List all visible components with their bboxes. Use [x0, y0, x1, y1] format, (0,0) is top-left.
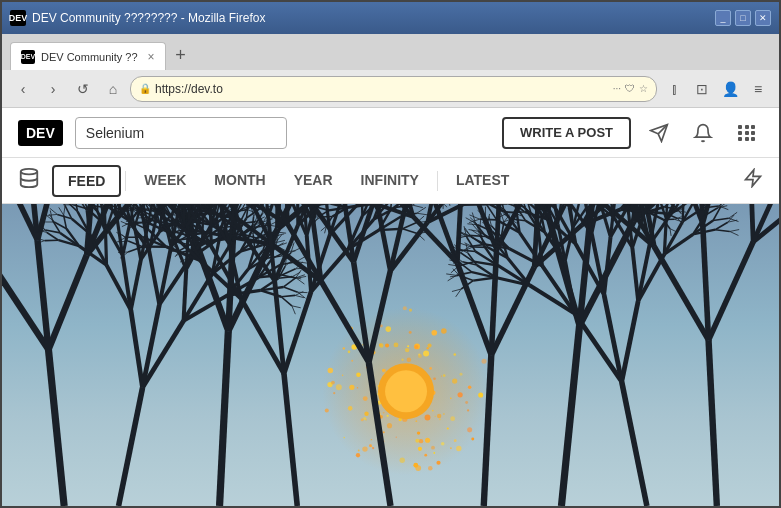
synced-tabs-button[interactable]: ⊡	[689, 76, 715, 102]
active-tab[interactable]: DEV DEV Community ?? ×	[10, 42, 166, 70]
divider-2	[437, 171, 438, 191]
account-button[interactable]: 👤	[717, 76, 743, 102]
site-header: DEV WRITE A POST	[2, 108, 779, 158]
divider-1	[125, 171, 126, 191]
maximize-button[interactable]: □	[735, 10, 751, 26]
title-favicon: DEV	[10, 10, 26, 26]
lightning-icon[interactable]	[743, 168, 763, 193]
close-button[interactable]: ✕	[755, 10, 771, 26]
grid-apps-icon[interactable]	[731, 117, 763, 149]
feed-nav-left: FEED WEEK MONTH YEAR INFINITY LATEST	[18, 158, 523, 204]
bell-icon[interactable]	[687, 117, 719, 149]
tab-week[interactable]: WEEK	[130, 158, 200, 204]
tab-label: DEV Community ??	[41, 51, 138, 63]
database-icon[interactable]	[18, 167, 40, 194]
lock-icon: 🔒	[139, 83, 151, 94]
shield-icon: 🛡	[625, 83, 635, 94]
feed-nav: FEED WEEK MONTH YEAR INFINITY LATEST	[2, 158, 779, 204]
address-bar[interactable]: 🔒 https://dev.to ··· 🛡 ☆	[130, 76, 657, 102]
nav-actions: ⫿ ⊡ 👤 ≡	[661, 76, 771, 102]
tab-month[interactable]: MONTH	[200, 158, 279, 204]
more-icon: ···	[613, 83, 621, 94]
tab-feed[interactable]: FEED	[52, 165, 121, 197]
title-text: DEV Community ???????? - Mozilla Firefox	[32, 11, 709, 25]
hero-canvas	[2, 204, 779, 506]
dev-logo[interactable]: DEV	[18, 120, 63, 146]
new-tab-button[interactable]: +	[168, 42, 194, 68]
svg-point-2	[21, 169, 38, 175]
menu-button[interactable]: ≡	[745, 76, 771, 102]
tab-bar: DEV DEV Community ?? × +	[2, 34, 779, 70]
forward-button[interactable]: ›	[40, 76, 66, 102]
window-controls: _ □ ✕	[715, 10, 771, 26]
home-button[interactable]: ⌂	[100, 76, 126, 102]
reload-button[interactable]: ↺	[70, 76, 96, 102]
bookmark-star-icon[interactable]: ☆	[639, 83, 648, 94]
write-post-button[interactable]: WRITE A POST	[502, 117, 631, 149]
bookmarks-button[interactable]: ⫿	[661, 76, 687, 102]
nav-bar: ‹ › ↺ ⌂ 🔒 https://dev.to ··· 🛡 ☆ ⫿ ⊡ 👤 ≡	[2, 70, 779, 108]
back-button[interactable]: ‹	[10, 76, 36, 102]
tab-latest[interactable]: LATEST	[442, 158, 523, 204]
hero-image	[2, 204, 779, 506]
search-input[interactable]	[75, 117, 288, 149]
browser-window: DEV DEV Community ???????? - Mozilla Fir…	[0, 0, 781, 508]
url-text: https://dev.to	[155, 82, 609, 96]
title-bar: DEV DEV Community ???????? - Mozilla Fir…	[2, 2, 779, 34]
send-icon[interactable]	[643, 117, 675, 149]
website-content: DEV WRITE A POST	[2, 108, 779, 506]
tab-year[interactable]: YEAR	[280, 158, 347, 204]
tab-favicon: DEV	[21, 50, 35, 64]
svg-marker-3	[746, 170, 761, 187]
tab-infinity[interactable]: INFINITY	[347, 158, 433, 204]
minimize-button[interactable]: _	[715, 10, 731, 26]
tab-close-button[interactable]: ×	[148, 50, 155, 64]
